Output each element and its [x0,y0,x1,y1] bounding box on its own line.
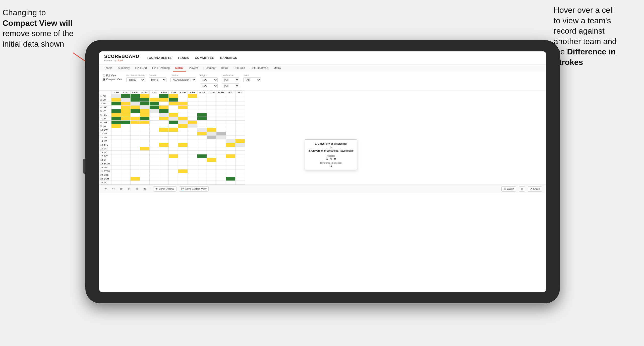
matrix-cell[interactable] [140,169,150,173]
matrix-cell[interactable] [140,121,150,124]
matrix-cell[interactable] [226,169,236,173]
matrix-cell[interactable] [150,166,159,169]
matrix-cell[interactable] [159,98,169,102]
matrix-cell[interactable] [236,154,245,158]
tab-h2h-heatmap1[interactable]: H2H Heatmap [150,64,172,72]
zoom-in-icon[interactable]: ⊕ [127,186,132,192]
matrix-cell[interactable] [236,162,245,166]
matrix-cell[interactable] [216,158,226,162]
matrix-cell[interactable] [140,113,150,117]
matrix-cell[interactable] [236,94,245,98]
matrix-cell[interactable] [131,102,140,106]
matrix-cell[interactable] [131,166,140,169]
matrix-cell[interactable] [131,139,140,143]
matrix-cell[interactable] [111,177,121,181]
matrix-cell[interactable] [207,147,216,151]
matrix-cell[interactable] [111,147,121,151]
matrix-cell[interactable] [178,147,188,151]
matrix-cell[interactable] [216,139,226,143]
matrix-cell[interactable] [197,166,207,169]
matrix-cell[interactable] [178,181,188,185]
matrix-cell[interactable] [140,162,150,166]
matrix-cell[interactable] [188,169,197,173]
matrix-cell[interactable] [140,132,150,136]
matrix-cell[interactable] [150,102,159,106]
matrix-cell[interactable] [188,132,197,136]
matrix-cell[interactable] [188,181,197,185]
matrix-cell[interactable] [216,147,226,151]
matrix-cell[interactable] [111,162,121,166]
matrix-cell[interactable] [207,106,216,109]
matrix-cell[interactable] [207,117,216,121]
matrix-cell[interactable] [197,136,207,139]
matrix-cell[interactable] [111,169,121,173]
matrix-cell[interactable] [111,124,121,128]
matrix-cell[interactable] [197,132,207,136]
grid-button[interactable]: ⊞ [519,186,525,192]
matrix-cell[interactable] [216,121,226,124]
matrix-cell[interactable] [159,143,169,147]
matrix-cell[interactable] [236,158,245,162]
matrix-cell[interactable] [121,136,131,139]
matrix-cell[interactable] [216,177,226,181]
matrix-cell[interactable] [131,117,140,121]
matrix-cell[interactable] [169,102,178,106]
matrix-cell[interactable] [150,128,159,132]
matrix-cell[interactable] [207,173,216,177]
view-original-button[interactable]: 👁 View: Original [153,186,177,192]
matrix-cell[interactable] [226,124,236,128]
matrix-cell[interactable] [197,124,207,128]
matrix-cell[interactable] [111,132,121,136]
matrix-cell[interactable] [216,124,226,128]
matrix-cell[interactable] [111,151,121,154]
matrix-cell[interactable] [131,154,140,158]
matrix-cell[interactable] [207,151,216,154]
reset-icon[interactable]: ⟲ [142,186,147,192]
matrix-cell[interactable] [169,173,178,177]
matrix-cell[interactable] [207,98,216,102]
matrix-cell[interactable] [188,147,197,151]
matrix-cell[interactable] [150,158,159,162]
matrix-cell[interactable] [236,143,245,147]
matrix-cell[interactable] [150,173,159,177]
matrix-cell[interactable] [226,139,236,143]
matrix-cell[interactable] [178,113,188,117]
matrix-cell[interactable] [150,169,159,173]
matrix-cell[interactable] [121,151,131,154]
matrix-cell[interactable] [121,147,131,151]
matrix-cell[interactable] [216,166,226,169]
tab-teams[interactable]: Teams [102,64,115,72]
matrix-cell[interactable] [216,106,226,109]
matrix-cell[interactable] [140,147,150,151]
matrix-cell[interactable] [140,124,150,128]
matrix-cell[interactable] [236,132,245,136]
matrix-cell[interactable] [159,121,169,124]
matrix-cell[interactable] [197,173,207,177]
matrix-cell[interactable] [150,151,159,154]
matrix-cell[interactable] [188,139,197,143]
matrix-cell[interactable] [236,124,245,128]
matrix-cell[interactable] [216,98,226,102]
matrix-cell[interactable] [216,113,226,117]
matrix-cell[interactable] [131,128,140,132]
matrix-cell[interactable] [226,177,236,181]
matrix-cell[interactable] [216,136,226,139]
watch-button[interactable]: ◎ Watch [501,186,516,192]
compact-view-radio[interactable] [103,78,105,81]
matrix-cell[interactable] [207,113,216,117]
matrix-cell[interactable] [121,109,131,113]
matrix-cell[interactable] [226,102,236,106]
matrix-cell[interactable] [111,173,121,177]
matrix-cell[interactable] [169,162,178,166]
matrix-cell[interactable] [178,132,188,136]
matrix-cell[interactable] [169,177,178,181]
matrix-cell[interactable] [207,177,216,181]
matrix-cell[interactable] [131,106,140,109]
matrix-cell[interactable] [236,109,245,113]
matrix-cell[interactable] [226,166,236,169]
matrix-cell[interactable] [178,173,188,177]
matrix-cell[interactable] [131,162,140,166]
refresh-icon[interactable]: ⟳ [119,186,124,192]
matrix-cell[interactable] [140,136,150,139]
matrix-cell[interactable] [188,121,197,124]
